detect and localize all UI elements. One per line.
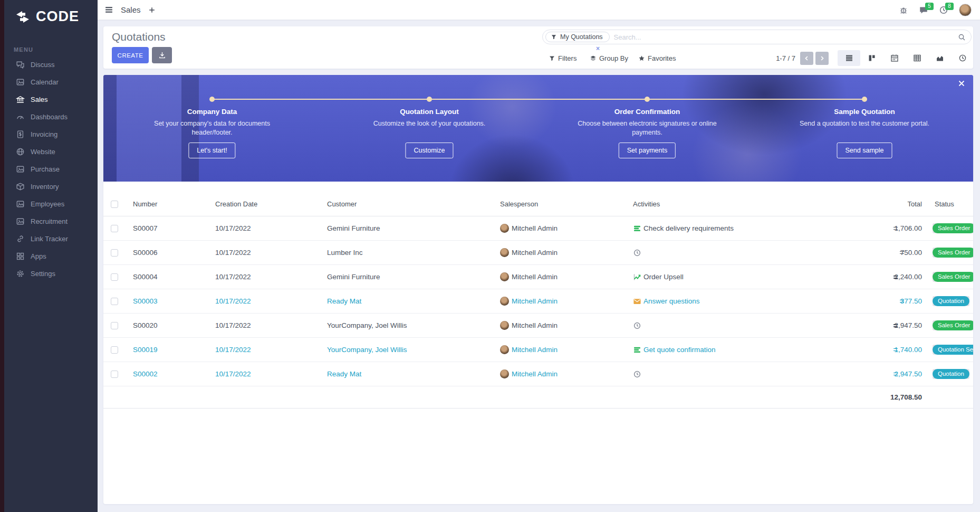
cell-activities[interactable]: Get quote confirmation — [633, 338, 828, 362]
step-action-button[interactable]: Let's start! — [188, 143, 235, 158]
salesperson-avatar — [500, 369, 509, 378]
view-activity-button[interactable] — [951, 50, 974, 66]
view-graph-button[interactable] — [928, 50, 951, 66]
column-header-creation-date[interactable]: Creation Date — [215, 192, 324, 216]
column-header-salesperson[interactable]: Salesperson — [500, 192, 630, 216]
row-checkbox[interactable] — [111, 346, 118, 354]
sidebar-item-label: Calendar — [31, 78, 59, 86]
cell-salesperson: Mitchell Admin — [500, 289, 630, 313]
cell-customer: YourCompany, Joel Willis — [327, 338, 497, 362]
filters-button[interactable]: Filters — [549, 54, 577, 62]
app-logo[interactable]: CODE — [14, 8, 79, 25]
sidebar-item-invoicing[interactable]: Invoicing — [4, 126, 98, 143]
debug-bug-icon[interactable] — [899, 5, 908, 15]
cell-number: S00006 — [133, 241, 212, 264]
cell-salesperson: Mitchell Admin — [500, 241, 630, 264]
search-facet[interactable]: My Quotations × — [545, 32, 610, 42]
column-header-customer[interactable]: Customer — [327, 192, 497, 216]
cell-activities[interactable]: Answer questions — [633, 289, 828, 313]
sidebar-item-recruitment[interactable]: Recruitment — [4, 213, 98, 230]
row-checkbox[interactable] — [111, 371, 118, 378]
cell-salesperson: Mitchell Admin — [500, 362, 630, 386]
table-row-s00004[interactable]: S00004 10/17/2022 Gemini Furniture Mitch… — [103, 265, 973, 289]
sidebar-item-settings[interactable]: Settings — [4, 265, 98, 282]
group-by-button[interactable]: Group By — [590, 54, 628, 62]
cell-activities[interactable]: Order Upsell — [633, 265, 828, 289]
sidebar-item-link-tracker[interactable]: Link Tracker — [4, 230, 98, 248]
timeline-dot — [862, 97, 867, 102]
cell-number: S00002 — [133, 362, 212, 386]
sidebar-item-discuss[interactable]: Discuss — [4, 56, 98, 73]
column-header-number[interactable]: Number — [133, 192, 212, 216]
cell-number: S00020 — [133, 314, 212, 337]
table-row-s00019[interactable]: S00019 10/17/2022 YourCompany, Joel Will… — [103, 338, 973, 362]
table-row-s00003[interactable]: S00003 10/17/2022 Ready Mat Mitchell Adm… — [103, 289, 973, 314]
table-row-s00002[interactable]: S00002 10/17/2022 Ready Mat Mitchell Adm… — [103, 362, 973, 386]
row-checkbox[interactable] — [111, 249, 118, 257]
globe-icon — [16, 147, 25, 156]
salesperson-avatar — [500, 297, 509, 306]
pager-previous-button[interactable] — [800, 52, 813, 65]
sidebar-item-employees[interactable]: Employees — [4, 195, 98, 213]
sidebar-item-dashboards[interactable]: Dashboards — [4, 108, 98, 126]
cell-activities[interactable] — [633, 241, 828, 264]
current-app-name[interactable]: Sales — [121, 5, 141, 14]
cell-creation-date: 10/17/2022 — [215, 338, 324, 362]
select-all-checkbox[interactable] — [111, 201, 118, 208]
view-list-button[interactable] — [838, 50, 860, 66]
pager-next-button[interactable] — [815, 52, 829, 65]
sidebar-item-purchase[interactable]: Purchase — [4, 160, 98, 178]
row-checkbox[interactable] — [111, 322, 118, 329]
step-title: Sample Quotation — [791, 108, 938, 116]
onboarding-step-sample-quotation: Sample Quotation Send a quotation to tes… — [791, 75, 938, 182]
search-icon[interactable] — [958, 33, 966, 41]
sidebar-item-sales[interactable]: Sales — [4, 91, 98, 108]
onboarding-banner: Company Data Set your company's data for… — [103, 75, 973, 182]
status-badge: Quotation — [933, 369, 969, 379]
column-header-status[interactable]: Status — [933, 192, 973, 216]
app-window: CODE MENU DiscussCalendarSalesDashboards… — [0, 0, 980, 512]
cell-activities[interactable]: Check delivery requirements — [633, 216, 828, 240]
cell-activities[interactable] — [633, 314, 828, 337]
column-header-total[interactable]: Total — [831, 192, 922, 216]
facet-label: My Quotations — [560, 33, 603, 41]
row-checkbox[interactable] — [111, 225, 118, 232]
table-row-s00007[interactable]: S00007 10/17/2022 Gemini Furniture Mitch… — [103, 216, 973, 241]
image-icon — [16, 78, 25, 87]
sidebar-item-website[interactable]: Website — [4, 143, 98, 160]
cell-salesperson: Mitchell Admin — [500, 338, 630, 362]
search-input[interactable] — [610, 33, 958, 41]
sidebar-item-apps[interactable]: Apps — [4, 248, 98, 265]
step-action-button[interactable]: Customize — [405, 143, 453, 158]
table-row-s00020[interactable]: S00020 10/17/2022 YourCompany, Joel Will… — [103, 314, 973, 338]
sum-total: 12,708.50 — [890, 393, 922, 401]
view-pivot-button[interactable] — [906, 50, 928, 66]
add-tab-icon[interactable] — [148, 6, 156, 14]
step-title: Order Confirmation — [573, 108, 721, 116]
view-kanban-button[interactable] — [860, 50, 883, 66]
column-header-activities[interactable]: Activities — [633, 192, 828, 216]
logo-text: CODE — [36, 8, 79, 25]
activities-clock-icon[interactable]: 8 — [939, 5, 948, 15]
hamburger-menu-icon[interactable] — [104, 5, 113, 14]
sidebar-item-calendar[interactable]: Calendar — [4, 73, 98, 91]
step-action-button[interactable]: Send sample — [837, 143, 892, 158]
step-description: Customize the look of your quotations. — [356, 119, 503, 128]
search-bar[interactable]: My Quotations × — [542, 30, 972, 44]
total-amount: 1,706.00 — [894, 224, 922, 232]
user-avatar[interactable] — [959, 4, 972, 16]
total-amount: 1,740.00 — [894, 346, 922, 354]
row-checkbox[interactable] — [111, 298, 118, 305]
cell-activities[interactable] — [633, 362, 828, 386]
cell-number: S00004 — [133, 265, 212, 289]
group-by-label: Group By — [599, 54, 628, 62]
row-checkbox[interactable] — [111, 273, 118, 281]
banner-close-icon[interactable] — [957, 79, 966, 88]
table-row-s00006[interactable]: S00006 10/17/2022 Lumber Inc Mitchell Ad… — [103, 241, 973, 265]
sidebar-item-inventory[interactable]: Inventory — [4, 178, 98, 195]
messages-icon[interactable]: 5 — [919, 5, 928, 15]
favorites-button[interactable]: Favorites — [638, 54, 676, 62]
total-amount: 377.50 — [900, 297, 922, 305]
view-calendar-button[interactable] — [883, 50, 906, 66]
step-action-button[interactable]: Set payments — [619, 143, 676, 158]
